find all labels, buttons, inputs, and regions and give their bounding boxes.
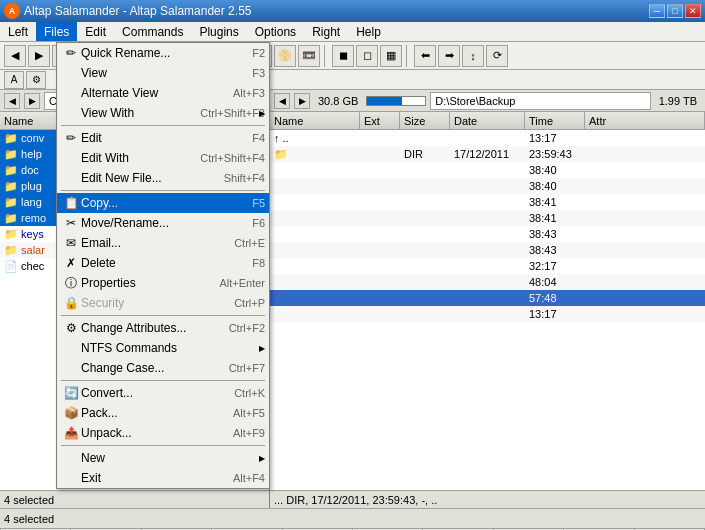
edit-new-file-shortcut: Shift+F4 (224, 172, 265, 184)
right-disk-size: 30.8 GB (314, 95, 362, 107)
menu-bar: Left Files Edit Commands Plugins Options… (0, 22, 705, 42)
right-file-row[interactable]: 38:40 (270, 178, 705, 194)
menu-move-rename[interactable]: ✂ Move/Rename... F6 (57, 213, 269, 233)
right-nav-forward[interactable]: ▶ (294, 93, 310, 109)
maximize-button[interactable]: □ (667, 4, 683, 18)
menu-unpack[interactable]: 📤 Unpack... Alt+F9 (57, 423, 269, 443)
menu-alternate-view[interactable]: Alternate View Alt+F3 (57, 83, 269, 103)
view-shortcut: F3 (252, 67, 265, 79)
email-shortcut: Ctrl+E (234, 237, 265, 249)
right-nav-back[interactable]: ◀ (274, 93, 290, 109)
right-file-row[interactable]: 38:40 (270, 162, 705, 178)
right-path-text: D:\Store\Backup (435, 95, 515, 107)
second-toolbar-btn1[interactable]: A (4, 71, 24, 89)
toolbar-btn-f1[interactable]: ⬅ (414, 45, 436, 67)
toolbar-btn-e2[interactable]: ◻ (356, 45, 378, 67)
menu-new[interactable]: New (57, 448, 269, 468)
status-bar: 4 selected (0, 508, 705, 528)
menu-change-case[interactable]: Change Case... Ctrl+F7 (57, 358, 269, 378)
menu-delete[interactable]: ✗ Delete F8 (57, 253, 269, 273)
menu-commands[interactable]: Commands (114, 22, 191, 41)
view-with-label: View With (81, 106, 200, 120)
right-free-space: 1.99 TB (655, 95, 701, 107)
menu-files[interactable]: Files (36, 22, 77, 41)
toolbar-btn-e1[interactable]: ◼ (332, 45, 354, 67)
properties-shortcut: Alt+Enter (219, 277, 265, 289)
title-bar: A Altap Salamander - Altap Salamander 2.… (0, 0, 705, 22)
right-panel: ◀ ▶ 30.8 GB D:\Store\Backup 1.99 TB Name… (270, 90, 705, 508)
edit-icon: ✏ (61, 130, 81, 146)
menu-security[interactable]: 🔒 Security Ctrl+P (57, 293, 269, 313)
sep-5 (61, 445, 265, 446)
sep-4 (61, 380, 265, 381)
right-file-row[interactable]: 57:48 (270, 290, 705, 306)
close-button[interactable]: ✕ (685, 4, 701, 18)
toolbar-btn-e3[interactable]: ▦ (380, 45, 402, 67)
edit-label: Edit (81, 131, 252, 145)
menu-properties[interactable]: ⓘ Properties Alt+Enter (57, 273, 269, 293)
right-file-row[interactable]: 13:17 (270, 306, 705, 322)
left-nav-back[interactable]: ◀ (4, 93, 20, 109)
menu-change-attributes[interactable]: ⚙ Change Attributes... Ctrl+F2 (57, 318, 269, 338)
menu-help[interactable]: Help (348, 22, 389, 41)
right-status: ... DIR, 17/12/2011, 23:59:43, -, .. (270, 490, 705, 508)
copy-label: Copy... (81, 196, 252, 210)
toolbar-btn-1[interactable]: ◀ (4, 45, 26, 67)
menu-options[interactable]: Options (247, 22, 304, 41)
second-toolbar-btn2[interactable]: ⚙ (26, 71, 46, 89)
right-file-row[interactable]: 📁 DIR 17/12/2011 23:59:43 (270, 146, 705, 162)
toolbar-sep-4 (324, 45, 328, 67)
menu-edit-new-file[interactable]: Edit New File... Shift+F4 (57, 168, 269, 188)
right-file-row[interactable]: 38:41 (270, 194, 705, 210)
quick-rename-icon: ✏ (61, 45, 81, 61)
right-file-row[interactable]: 38:43 (270, 226, 705, 242)
menu-pack[interactable]: 📦 Pack... Alt+F5 (57, 403, 269, 423)
security-label: Security (81, 296, 234, 310)
minimize-button[interactable]: ─ (649, 4, 665, 18)
right-col-size: Size (400, 112, 450, 129)
menu-email[interactable]: ✉ Email... Ctrl+E (57, 233, 269, 253)
right-file-row[interactable]: 38:41 (270, 210, 705, 226)
menu-view-with[interactable]: View With Ctrl+Shift+F3 (57, 103, 269, 123)
menu-edit[interactable]: Edit (77, 22, 114, 41)
change-case-label: Change Case... (81, 361, 229, 375)
left-status: 4 selected (0, 490, 269, 508)
menu-exit[interactable]: Exit Alt+F4 (57, 468, 269, 488)
right-status-text: ... DIR, 17/12/2011, 23:59:43, -, .. (274, 494, 437, 506)
right-file-row-up[interactable]: ↑ .. 13:17 (270, 130, 705, 146)
menu-edit-with[interactable]: Edit With Ctrl+Shift+F4 (57, 148, 269, 168)
right-disk-bar-fill (367, 97, 402, 105)
right-file-row[interactable]: 38:43 (270, 242, 705, 258)
quick-rename-shortcut: F2 (252, 47, 265, 59)
menu-edit[interactable]: ✏ Edit F4 (57, 128, 269, 148)
toolbar-sep-5 (406, 45, 410, 67)
right-file-row[interactable]: 48:04 (270, 274, 705, 290)
menu-right[interactable]: Right (304, 22, 348, 41)
security-shortcut: Ctrl+P (234, 297, 265, 309)
exit-shortcut: Alt+F4 (233, 472, 265, 484)
menu-left[interactable]: Left (0, 22, 36, 41)
convert-icon: 🔄 (61, 385, 81, 401)
toolbar-btn-2[interactable]: ▶ (28, 45, 50, 67)
menu-view[interactable]: View F3 (57, 63, 269, 83)
menu-ntfs-commands[interactable]: NTFS Commands (57, 338, 269, 358)
convert-label: Convert... (81, 386, 234, 400)
toolbar-btn-d3[interactable]: 📀 (274, 45, 296, 67)
title-controls: ─ □ ✕ (649, 4, 701, 18)
menu-copy[interactable]: 📋 Copy... F5 (57, 193, 269, 213)
properties-icon: ⓘ (61, 275, 81, 291)
toolbar-btn-f4[interactable]: ⟳ (486, 45, 508, 67)
menu-plugins[interactable]: Plugins (191, 22, 246, 41)
toolbar-btn-f3[interactable]: ↕ (462, 45, 484, 67)
menu-convert[interactable]: 🔄 Convert... Ctrl+K (57, 383, 269, 403)
right-col-ext: Ext (360, 112, 400, 129)
toolbar-btn-f2[interactable]: ➡ (438, 45, 460, 67)
toolbar-btn-d4[interactable]: 📼 (298, 45, 320, 67)
edit-new-file-label: Edit New File... (81, 171, 224, 185)
right-disk-bar-container (366, 96, 426, 106)
ntfs-commands-icon (61, 340, 81, 356)
right-path-bar[interactable]: D:\Store\Backup (430, 92, 650, 110)
menu-quick-rename[interactable]: ✏ Quick Rename... F2 (57, 43, 269, 63)
right-file-row[interactable]: 32:17 (270, 258, 705, 274)
left-nav-forward[interactable]: ▶ (24, 93, 40, 109)
